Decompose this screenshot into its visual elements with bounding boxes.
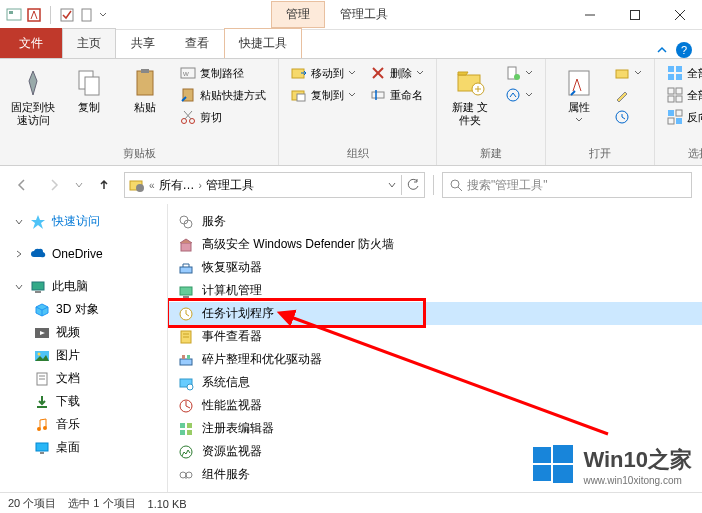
svg-rect-78 xyxy=(187,355,190,359)
nav-up-button[interactable] xyxy=(92,173,116,197)
delete-button[interactable]: 删除 xyxy=(366,63,428,83)
list-item[interactable]: 系统信息 xyxy=(168,371,702,394)
list-item[interactable]: 高级安全 Windows Defender 防火墙 xyxy=(168,233,702,256)
qa-properties-icon[interactable] xyxy=(26,7,42,23)
address-bar[interactable]: « 所有… › 管理工具 xyxy=(124,172,425,198)
nav-3d-objects[interactable]: 3D 对象 xyxy=(0,298,167,321)
copy-path-button[interactable]: w 复制路径 xyxy=(176,63,270,83)
nav-history-dropdown[interactable] xyxy=(74,180,84,190)
paste-button[interactable]: 粘贴 xyxy=(120,63,170,118)
svg-point-32 xyxy=(514,74,520,80)
paste-shortcut-button[interactable]: 粘贴快捷方式 xyxy=(176,85,270,105)
nav-documents[interactable]: 文档 xyxy=(0,367,167,390)
svg-rect-83 xyxy=(187,423,192,428)
list-item[interactable]: 服务 xyxy=(168,210,702,233)
select-all-button[interactable]: 全部选择 xyxy=(663,63,702,83)
svg-rect-76 xyxy=(180,359,192,365)
svg-rect-84 xyxy=(180,430,185,435)
select-none-button[interactable]: 全部取消 xyxy=(663,85,702,105)
svg-rect-44 xyxy=(676,96,682,102)
nav-pictures[interactable]: 图片 xyxy=(0,344,167,367)
nav-downloads[interactable]: 下载 xyxy=(0,390,167,413)
address-dropdown-icon[interactable] xyxy=(387,180,397,190)
help-icon[interactable]: ? xyxy=(676,42,692,58)
list-item[interactable]: 碎片整理和优化驱动器 xyxy=(168,348,702,371)
desktop-icon xyxy=(34,440,50,456)
folder-gear-icon xyxy=(129,177,145,193)
tab-share[interactable]: 共享 xyxy=(116,28,170,58)
properties-button[interactable]: 属性 xyxy=(554,63,604,128)
cut-button[interactable]: 剪切 xyxy=(176,107,270,127)
close-button[interactable] xyxy=(657,0,702,30)
easy-access-button[interactable] xyxy=(501,85,537,105)
cloud-icon xyxy=(30,246,46,262)
svg-point-33 xyxy=(507,89,519,101)
list-item[interactable]: 事件查看器 xyxy=(168,325,702,348)
list-item[interactable]: 组件服务 xyxy=(168,463,702,486)
svg-point-88 xyxy=(186,472,192,478)
pin-quick-access-button[interactable]: 固定到快 速访问 xyxy=(8,63,58,131)
svg-rect-48 xyxy=(676,118,682,124)
tab-file[interactable]: 文件 xyxy=(0,28,62,58)
svg-point-87 xyxy=(180,472,186,478)
new-item-button[interactable] xyxy=(501,63,537,83)
tab-shortcut-tools[interactable]: 快捷工具 xyxy=(224,28,302,58)
tab-home[interactable]: 主页 xyxy=(62,28,116,58)
nav-videos[interactable]: 视频 xyxy=(0,321,167,344)
copy-button[interactable]: 复制 xyxy=(64,63,114,118)
collapse-ribbon-icon[interactable] xyxy=(656,44,668,56)
svg-rect-35 xyxy=(616,70,628,78)
file-list[interactable]: 服务高级安全 Windows Defender 防火墙恢复驱动器计算机管理任务计… xyxy=(168,204,702,492)
nav-tree[interactable]: 快速访问 OneDrive 此电脑 3D 对象 视频 图片 文档 xyxy=(0,204,168,492)
qa-dropdown-icon[interactable] xyxy=(99,11,107,19)
new-folder-button[interactable]: 新建 文件夹 xyxy=(445,63,495,131)
maximize-button[interactable] xyxy=(612,0,657,30)
group-new-label: 新建 xyxy=(445,144,537,161)
nav-quick-access[interactable]: 快速访问 xyxy=(0,210,167,233)
svg-point-51 xyxy=(451,180,459,188)
history-button[interactable] xyxy=(610,107,646,127)
copy-to-button[interactable]: 复制到 xyxy=(287,85,360,105)
svg-rect-4 xyxy=(82,9,91,21)
svg-rect-71 xyxy=(183,296,189,298)
shortcut-icon xyxy=(178,260,194,276)
shortcut-icon xyxy=(178,352,194,368)
minimize-button[interactable] xyxy=(567,0,612,30)
svg-point-80 xyxy=(187,384,193,390)
svg-rect-43 xyxy=(668,96,674,102)
move-to-button[interactable]: 移动到 xyxy=(287,63,360,83)
svg-point-16 xyxy=(182,119,187,124)
svg-rect-82 xyxy=(180,423,185,428)
svg-point-50 xyxy=(136,184,144,192)
group-open-label: 打开 xyxy=(554,144,646,161)
nav-this-pc[interactable]: 此电脑 xyxy=(0,275,167,298)
qa-new-icon[interactable] xyxy=(79,7,95,23)
svg-rect-22 xyxy=(297,94,305,101)
search-input[interactable]: 搜索"管理工具" xyxy=(442,172,692,198)
shortcut-icon xyxy=(178,329,194,345)
edit-button[interactable] xyxy=(610,85,646,105)
picture-icon xyxy=(34,348,50,364)
svg-rect-77 xyxy=(182,355,185,359)
nav-desktop[interactable]: 桌面 xyxy=(0,436,167,459)
svg-rect-3 xyxy=(61,9,73,21)
shortcut-icon xyxy=(178,444,194,460)
list-item[interactable]: 资源监视器 xyxy=(168,440,702,463)
open-button[interactable] xyxy=(610,63,646,83)
nav-back-button[interactable] xyxy=(10,173,34,197)
list-item[interactable]: 任务计划程序 xyxy=(168,302,702,325)
list-item[interactable]: 计算机管理 xyxy=(168,279,702,302)
list-item[interactable]: 注册表编辑器 xyxy=(168,417,702,440)
tab-view[interactable]: 查看 xyxy=(170,28,224,58)
qa-checkbox-icon[interactable] xyxy=(59,7,75,23)
list-item[interactable]: 恢复驱动器 xyxy=(168,256,702,279)
nav-onedrive[interactable]: OneDrive xyxy=(0,243,167,265)
rename-button[interactable]: 重命名 xyxy=(366,85,428,105)
star-icon xyxy=(30,214,46,230)
refresh-icon[interactable] xyxy=(406,178,420,192)
svg-rect-42 xyxy=(676,88,682,94)
list-item[interactable]: 性能监视器 xyxy=(168,394,702,417)
svg-rect-53 xyxy=(32,282,44,290)
invert-selection-button[interactable]: 反向选择 xyxy=(663,107,702,127)
nav-music[interactable]: 音乐 xyxy=(0,413,167,436)
